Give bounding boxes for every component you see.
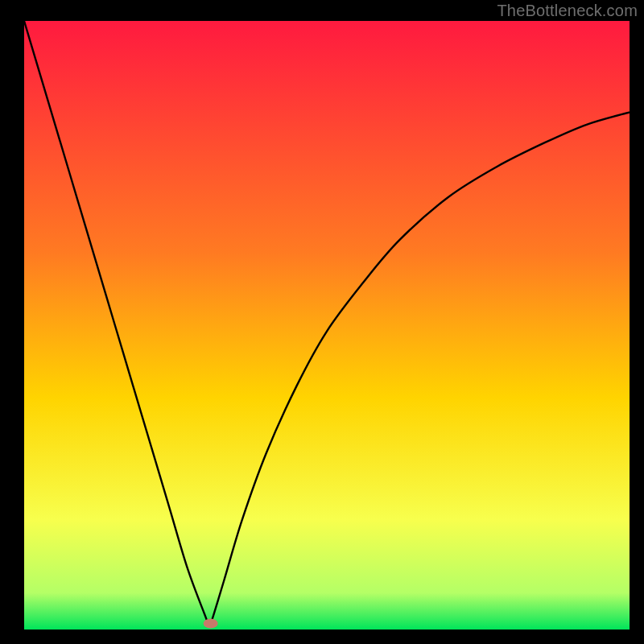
optimum-marker bbox=[204, 618, 218, 628]
watermark-text: TheBottleneck.com bbox=[497, 2, 638, 20]
chart-frame: TheBottleneck.com bbox=[0, 0, 644, 644]
plot-area bbox=[24, 21, 630, 630]
plot-svg bbox=[24, 21, 630, 630]
